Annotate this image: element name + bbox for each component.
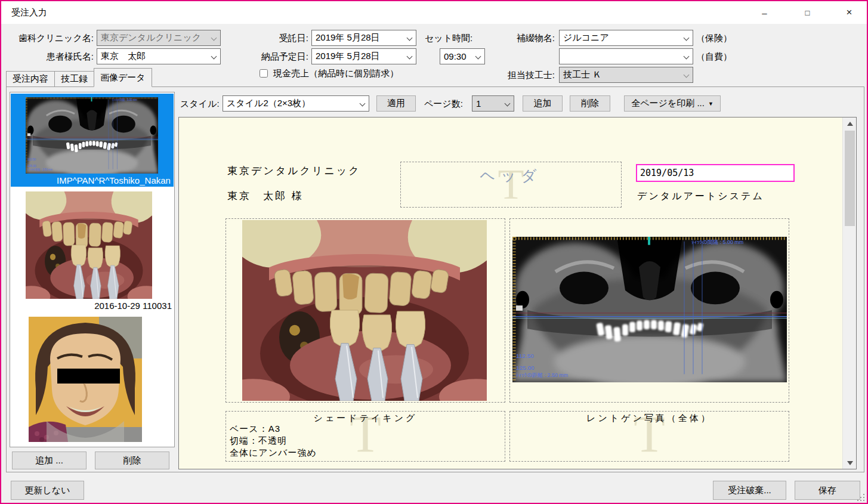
thumbnail-caption: 2016-10-29 110031 <box>13 301 172 311</box>
tab-strip: 受注内容 技工録 画像データ <box>6 68 152 87</box>
thumbnail-intraoral-photo[interactable] <box>26 191 152 299</box>
insurance-note: （保険） <box>696 33 732 44</box>
tab-image-data[interactable]: 画像データ <box>94 68 152 87</box>
print-all-pages-button[interactable]: 全ページを印刷 ... ▼ <box>624 95 721 112</box>
no-update-button[interactable]: 更新しない <box>11 481 84 500</box>
save-label: 保存 <box>818 485 836 496</box>
scrollbar-thumb[interactable] <box>845 131 855 226</box>
resize-grip[interactable] <box>857 494 864 501</box>
chevron-down-icon <box>360 101 366 107</box>
thumbnail-face-photo[interactable] <box>29 317 142 442</box>
shade-taking-photo <box>242 220 487 401</box>
page-count-combo[interactable]: 1 <box>472 95 514 112</box>
discard-order-button[interactable]: 受注破棄... <box>713 481 786 500</box>
clinic-name-combo[interactable]: 東京デンタルクリニック <box>97 30 221 46</box>
preview-clinic-name: 東京デンタルクリニック <box>227 164 361 178</box>
apply-label: 適用 <box>387 98 405 109</box>
delivery-date-combo[interactable]: 2019年 5月28日 <box>311 48 416 64</box>
image-add-label: 追加 ... <box>35 455 63 466</box>
consign-date-label: 受託日: <box>252 33 308 44</box>
header-placeholder-text: ヘッダ <box>401 166 621 185</box>
set-time-label: セット時間: <box>425 33 472 44</box>
window-title: 受注入力 <box>11 7 47 18</box>
image-delete-button[interactable]: 削除 <box>95 452 169 469</box>
chevron-down-icon <box>475 54 481 60</box>
technician-label: 担当技工士: <box>490 70 555 81</box>
tab-label: 技工録 <box>61 73 88 85</box>
chevron-down-icon <box>211 35 217 41</box>
shade-photo-box[interactable] <box>226 218 505 403</box>
self-pay-combo[interactable] <box>559 48 693 64</box>
chevron-down-icon <box>684 72 690 78</box>
xray-photo-box[interactable] <box>509 218 789 403</box>
scroll-up-button[interactable] <box>843 118 857 129</box>
style-combo[interactable]: スタイル2（2×3枚） <box>223 95 369 112</box>
consign-date-value: 2019年 5月28日 <box>316 32 380 44</box>
shade-caption-line: 切端：不透明 <box>230 435 287 447</box>
chevron-down-icon <box>407 35 413 41</box>
xray-caption-title: レントゲン写真（全体） <box>510 413 789 424</box>
no-update-label: 更新しない <box>24 485 70 496</box>
maximize-button[interactable]: □ <box>794 1 821 24</box>
chevron-down-icon <box>407 54 413 60</box>
image-add-button[interactable]: 追加 ... <box>12 452 87 469</box>
prosthesis-value: ジルコニア <box>563 32 609 44</box>
shade-caption-line: ベース：A3 <box>230 423 280 435</box>
print-all-pages-label: 全ページを印刷 ... <box>631 98 705 109</box>
apply-button[interactable]: 適用 <box>376 95 416 112</box>
xray-caption-box[interactable]: T レントゲン写真（全体） <box>509 411 789 462</box>
tab-label: 画像データ <box>100 72 146 84</box>
cash-sale-label: 現金売上（納品時に個別請求） <box>273 68 399 79</box>
dropdown-caret-icon: ▼ <box>708 101 713 107</box>
page-delete-label: 削除 <box>581 98 599 109</box>
thumbnail-xray-image[interactable] <box>26 97 158 174</box>
chevron-down-icon <box>684 54 690 60</box>
preview-patient-name: 東京 太郎 様 <box>227 189 304 203</box>
shade-caption-box[interactable]: T シェードテイキング ベース：A3 切端：不透明 全体にアンバー強め <box>226 411 505 462</box>
image-delete-label: 削除 <box>123 455 141 466</box>
shade-caption-title: シェードテイキング <box>226 413 505 424</box>
patient-name-combo[interactable]: 東京 太郎 <box>97 48 221 64</box>
chevron-down-icon <box>684 35 690 41</box>
chevron-up-icon <box>847 122 853 126</box>
scroll-down-button[interactable] <box>843 457 857 469</box>
maximize-icon: □ <box>805 8 810 17</box>
technician-value: 技工士 Ｋ <box>563 69 601 81</box>
prosthesis-label: 補綴物名: <box>505 33 555 44</box>
preview-system-name: デンタルアートシステム <box>637 190 764 203</box>
order-entry-window: 受注入力 – □ × 歯科クリニック名: 東京デンタルクリニック 受託日: 20… <box>0 0 868 504</box>
clinic-name-label: 歯科クリニック名: <box>13 33 94 44</box>
title-bar <box>1 1 867 24</box>
page-count-value: 1 <box>476 98 481 109</box>
prosthesis-combo[interactable]: ジルコニア <box>559 30 693 46</box>
consign-date-combo[interactable]: 2019年 5月28日 <box>311 30 416 46</box>
close-icon: × <box>847 7 852 18</box>
technician-combo[interactable]: 技工士 Ｋ <box>559 67 693 83</box>
thumbnail-caption: IMP^PAN^R^Toshiko_Nakan <box>57 175 173 185</box>
cash-sale-checkbox[interactable] <box>260 69 268 78</box>
set-time-combo[interactable]: 09:30 <box>440 48 485 64</box>
preview-date-field[interactable]: 2019/05/13 <box>636 164 795 182</box>
tab-order-content[interactable]: 受注内容 <box>6 71 55 87</box>
chevron-down-icon <box>211 54 217 60</box>
shade-caption-line: 全体にアンバー強め <box>230 447 317 459</box>
delivery-date-label: 納品予定日: <box>243 51 308 63</box>
tab-label: 受注内容 <box>13 73 48 85</box>
page-delete-button[interactable]: 削除 <box>570 95 610 112</box>
page-add-button[interactable]: 追加 <box>523 95 563 112</box>
close-button[interactable]: × <box>836 1 863 24</box>
delivery-date-value: 2019年 5月28日 <box>316 51 380 62</box>
chevron-down-icon <box>847 461 853 465</box>
preview-scrollbar[interactable] <box>842 118 856 469</box>
header-placeholder-box[interactable]: T ヘッダ <box>400 162 622 208</box>
page-count-label: ページ数: <box>424 98 463 110</box>
patient-name-value: 東京 太郎 <box>101 51 146 62</box>
self-pay-note: （自費） <box>696 51 732 63</box>
preview-date-value: 2019/05/13 <box>640 168 694 178</box>
tab-lab-record[interactable]: 技工録 <box>55 71 94 87</box>
set-time-value: 09:30 <box>444 51 467 61</box>
minimize-button[interactable]: – <box>751 1 778 24</box>
style-label: スタイル: <box>180 98 220 110</box>
style-value: スタイル2（2×3枚） <box>227 98 310 109</box>
save-button[interactable]: 保存 <box>795 481 860 500</box>
